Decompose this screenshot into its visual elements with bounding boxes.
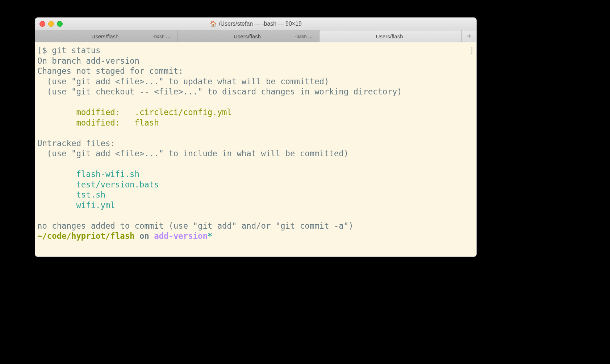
ps1-on: on xyxy=(134,231,154,241)
window-title-text: /Users/stefan — -bash — 90×19 xyxy=(219,21,302,27)
ps1-path: ~/code/hypriot/flash xyxy=(37,231,134,241)
ps1-branch: add-version xyxy=(154,231,208,241)
minimize-icon[interactable] xyxy=(48,21,54,27)
prompt-symbol: $ xyxy=(42,46,52,55)
modified-file: modified: flash xyxy=(37,118,159,127)
ps1-dirty: * xyxy=(208,231,212,241)
tab-subtext: -bash … xyxy=(295,34,313,39)
tab-label: Users/flash xyxy=(91,33,118,39)
tab-subtext: -bash … xyxy=(153,34,171,39)
hint-checkout: (use "git checkout -- <file>..." to disc… xyxy=(37,87,402,96)
tab-label: Users/flash xyxy=(234,33,261,39)
terminal-window: 🏠 /Users/stefan — -bash — 90×19 Users/fl… xyxy=(35,17,477,257)
untracked-file: wifi.yml xyxy=(37,200,115,210)
terminal-content[interactable]: [$ git status] On branch add-version Cha… xyxy=(35,42,476,257)
untracked-header: Untracked files: xyxy=(37,139,115,148)
home-icon: 🏠 xyxy=(210,21,217,27)
titlebar[interactable]: 🏠 /Users/stefan — -bash — 90×19 xyxy=(35,18,476,30)
untracked-file: flash-wifi.sh xyxy=(37,169,139,179)
tab-bar: Users/flash -bash … Users/flash -bash … … xyxy=(35,30,476,42)
window-title: 🏠 /Users/stefan — -bash — 90×19 xyxy=(35,21,476,27)
footer-line: no changes added to commit (use "git add… xyxy=(37,221,354,230)
branch-line: On branch add-version xyxy=(37,56,139,65)
untracked-file: test/version.bats xyxy=(37,180,159,189)
tab-2[interactable]: Users/flash -bash … xyxy=(177,30,320,42)
hint-untracked: (use "git add <file>..." to include in w… xyxy=(37,149,348,158)
modified-file: modified: .circleci/config.yml xyxy=(37,107,232,117)
zoom-icon[interactable] xyxy=(57,21,63,27)
untracked-file: tst.sh xyxy=(37,190,105,199)
command-text: git status xyxy=(52,46,100,55)
traffic-lights xyxy=(39,21,63,27)
changes-header: Changes not staged for commit: xyxy=(37,66,183,76)
hint-add: (use "git add <file>..." to update what … xyxy=(37,77,329,86)
tab-3[interactable]: Users/flash xyxy=(319,30,462,42)
tab-label: Users/flash xyxy=(376,33,403,39)
prompt-open-bracket: [ xyxy=(37,46,42,55)
prompt-close-bracket: ] xyxy=(469,45,474,56)
tab-1[interactable]: Users/flash -bash … xyxy=(35,30,177,42)
plus-icon: + xyxy=(467,32,471,41)
close-icon[interactable] xyxy=(39,21,45,27)
new-tab-button[interactable]: + xyxy=(462,30,476,42)
